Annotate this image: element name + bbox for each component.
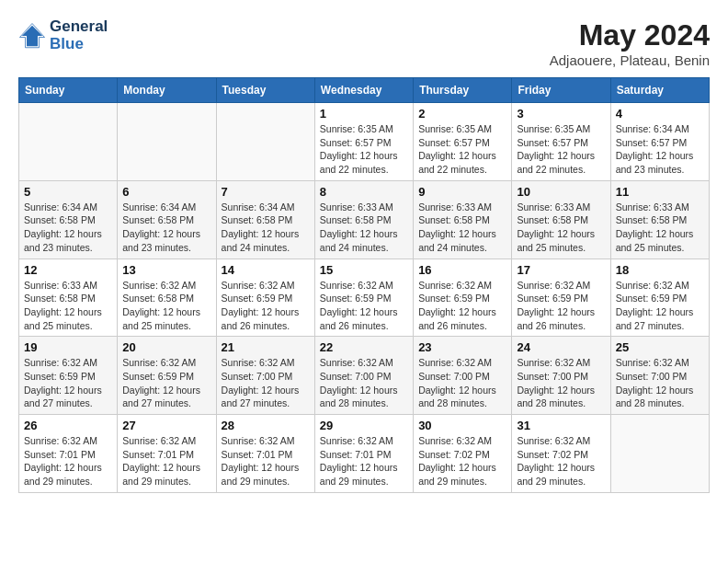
- day-info: Sunrise: 6:32 AMSunset: 7:02 PMDaylight:…: [418, 434, 506, 488]
- logo-text: General Blue: [50, 18, 108, 52]
- calendar-cell: 25Sunrise: 6:32 AMSunset: 7:00 PMDayligh…: [610, 337, 709, 415]
- day-number: 14: [222, 263, 310, 277]
- calendar-cell: 17Sunrise: 6:32 AMSunset: 6:59 PMDayligh…: [512, 259, 610, 337]
- weekday-header-sunday: Sunday: [19, 78, 118, 103]
- day-number: 15: [320, 263, 408, 277]
- weekday-header-tuesday: Tuesday: [216, 78, 314, 103]
- day-number: 8: [320, 185, 408, 199]
- calendar-cell: 8Sunrise: 6:33 AMSunset: 6:58 PMDaylight…: [314, 180, 413, 259]
- day-number: 7: [222, 185, 310, 199]
- calendar-cell: 1Sunrise: 6:35 AMSunset: 6:57 PMDaylight…: [314, 103, 413, 181]
- calendar-cell: 22Sunrise: 6:32 AMSunset: 7:00 PMDayligh…: [314, 337, 413, 415]
- calendar-cell: 6Sunrise: 6:34 AMSunset: 6:58 PMDaylight…: [118, 180, 216, 259]
- day-number: 29: [320, 419, 408, 432]
- calendar-cell: 7Sunrise: 6:34 AMSunset: 6:58 PMDaylight…: [216, 180, 314, 259]
- calendar-cell: 16Sunrise: 6:32 AMSunset: 6:59 PMDayligh…: [414, 259, 512, 337]
- day-info: Sunrise: 6:32 AMSunset: 7:00 PMDaylight:…: [517, 356, 605, 410]
- day-info: Sunrise: 6:32 AMSunset: 7:01 PMDaylight:…: [320, 434, 408, 488]
- day-info: Sunrise: 6:35 AMSunset: 6:57 PMDaylight:…: [517, 122, 605, 177]
- calendar-table: SundayMondayTuesdayWednesdayThursdayFrid…: [18, 77, 710, 493]
- calendar-week-row: 5Sunrise: 6:34 AMSunset: 6:58 PMDaylight…: [19, 180, 710, 259]
- calendar-week-row: 12Sunrise: 6:33 AMSunset: 6:58 PMDayligh…: [19, 259, 710, 337]
- day-info: Sunrise: 6:32 AMSunset: 6:59 PMDaylight:…: [517, 279, 605, 333]
- calendar-cell: 18Sunrise: 6:32 AMSunset: 6:59 PMDayligh…: [610, 259, 709, 337]
- calendar-cell: 30Sunrise: 6:32 AMSunset: 7:02 PMDayligh…: [414, 415, 512, 493]
- day-info: Sunrise: 6:34 AMSunset: 6:58 PMDaylight:…: [122, 201, 210, 255]
- calendar-cell: 23Sunrise: 6:32 AMSunset: 7:00 PMDayligh…: [414, 337, 512, 415]
- day-number: 12: [24, 263, 112, 277]
- day-number: 19: [24, 340, 112, 354]
- day-number: 10: [517, 185, 605, 199]
- day-info: Sunrise: 6:33 AMSunset: 6:58 PMDaylight:…: [320, 201, 408, 255]
- weekday-header-thursday: Thursday: [414, 78, 512, 103]
- day-number: 13: [122, 263, 210, 277]
- day-info: Sunrise: 6:32 AMSunset: 7:00 PMDaylight:…: [418, 356, 506, 410]
- day-info: Sunrise: 6:32 AMSunset: 7:02 PMDaylight:…: [517, 434, 605, 488]
- calendar-cell: 10Sunrise: 6:33 AMSunset: 6:58 PMDayligh…: [512, 180, 610, 259]
- day-info: Sunrise: 6:32 AMSunset: 6:59 PMDaylight:…: [418, 279, 506, 333]
- day-number: 2: [418, 107, 506, 121]
- day-info: Sunrise: 6:33 AMSunset: 6:58 PMDaylight:…: [517, 201, 605, 255]
- month-year-title: May 2024: [550, 18, 710, 52]
- day-info: Sunrise: 6:34 AMSunset: 6:58 PMDaylight:…: [24, 201, 112, 255]
- page-header: General Blue May 2024 Adjaouere, Plateau…: [18, 18, 710, 68]
- day-info: Sunrise: 6:35 AMSunset: 6:57 PMDaylight:…: [320, 122, 408, 177]
- calendar-cell: 31Sunrise: 6:32 AMSunset: 7:02 PMDayligh…: [512, 415, 610, 493]
- calendar-cell: 4Sunrise: 6:34 AMSunset: 6:57 PMDaylight…: [610, 103, 709, 181]
- day-info: Sunrise: 6:33 AMSunset: 6:58 PMDaylight:…: [418, 201, 506, 255]
- day-info: Sunrise: 6:32 AMSunset: 6:58 PMDaylight:…: [122, 279, 210, 333]
- day-number: 21: [222, 340, 310, 354]
- calendar-cell: 15Sunrise: 6:32 AMSunset: 6:59 PMDayligh…: [314, 259, 413, 337]
- day-number: 22: [320, 340, 408, 354]
- calendar-cell: 24Sunrise: 6:32 AMSunset: 7:00 PMDayligh…: [512, 337, 610, 415]
- day-number: 25: [616, 340, 704, 354]
- day-number: 6: [122, 185, 210, 199]
- calendar-cell: 13Sunrise: 6:32 AMSunset: 6:58 PMDayligh…: [118, 259, 216, 337]
- day-number: 5: [24, 185, 112, 199]
- location-subtitle: Adjaouere, Plateau, Benin: [550, 52, 710, 68]
- calendar-week-row: 26Sunrise: 6:32 AMSunset: 7:01 PMDayligh…: [19, 415, 710, 493]
- calendar-cell: 2Sunrise: 6:35 AMSunset: 6:57 PMDaylight…: [414, 103, 512, 181]
- day-info: Sunrise: 6:33 AMSunset: 6:58 PMDaylight:…: [24, 279, 112, 333]
- calendar-cell: 12Sunrise: 6:33 AMSunset: 6:58 PMDayligh…: [19, 259, 118, 337]
- calendar-cell: 26Sunrise: 6:32 AMSunset: 7:01 PMDayligh…: [19, 415, 118, 493]
- day-number: 17: [517, 263, 605, 277]
- day-info: Sunrise: 6:32 AMSunset: 7:01 PMDaylight:…: [222, 434, 310, 488]
- day-info: Sunrise: 6:32 AMSunset: 7:01 PMDaylight:…: [122, 434, 210, 488]
- day-number: 9: [418, 185, 506, 199]
- weekday-header-monday: Monday: [118, 78, 216, 103]
- weekday-header-row: SundayMondayTuesdayWednesdayThursdayFrid…: [19, 78, 710, 103]
- day-info: Sunrise: 6:32 AMSunset: 6:59 PMDaylight:…: [616, 279, 704, 333]
- day-number: 4: [616, 107, 704, 121]
- day-info: Sunrise: 6:32 AMSunset: 6:59 PMDaylight:…: [24, 356, 112, 410]
- day-number: 20: [122, 340, 210, 354]
- calendar-cell: 28Sunrise: 6:32 AMSunset: 7:01 PMDayligh…: [216, 415, 314, 493]
- calendar-cell: [610, 415, 709, 493]
- calendar-cell: 11Sunrise: 6:33 AMSunset: 6:58 PMDayligh…: [610, 180, 709, 259]
- calendar-cell: 5Sunrise: 6:34 AMSunset: 6:58 PMDaylight…: [19, 180, 118, 259]
- day-info: Sunrise: 6:32 AMSunset: 6:59 PMDaylight:…: [320, 279, 408, 333]
- day-number: 24: [517, 340, 605, 354]
- calendar-cell: 27Sunrise: 6:32 AMSunset: 7:01 PMDayligh…: [118, 415, 216, 493]
- calendar-cell: 20Sunrise: 6:32 AMSunset: 6:59 PMDayligh…: [118, 337, 216, 415]
- day-number: 1: [320, 107, 408, 121]
- logo: General Blue: [18, 18, 108, 52]
- calendar-week-row: 1Sunrise: 6:35 AMSunset: 6:57 PMDaylight…: [19, 103, 710, 181]
- day-info: Sunrise: 6:33 AMSunset: 6:58 PMDaylight:…: [616, 201, 704, 255]
- day-number: 3: [517, 107, 605, 121]
- day-info: Sunrise: 6:32 AMSunset: 6:59 PMDaylight:…: [222, 279, 310, 333]
- title-block: May 2024 Adjaouere, Plateau, Benin: [550, 18, 710, 68]
- day-number: 26: [24, 419, 112, 432]
- calendar-cell: [19, 103, 118, 181]
- calendar-cell: 19Sunrise: 6:32 AMSunset: 6:59 PMDayligh…: [19, 337, 118, 415]
- calendar-cell: [216, 103, 314, 181]
- day-info: Sunrise: 6:32 AMSunset: 7:00 PMDaylight:…: [222, 356, 310, 410]
- calendar-cell: 14Sunrise: 6:32 AMSunset: 6:59 PMDayligh…: [216, 259, 314, 337]
- weekday-header-wednesday: Wednesday: [314, 78, 413, 103]
- day-number: 27: [122, 419, 210, 432]
- day-number: 16: [418, 263, 506, 277]
- weekday-header-friday: Friday: [512, 78, 610, 103]
- day-number: 30: [418, 419, 506, 432]
- day-info: Sunrise: 6:32 AMSunset: 7:00 PMDaylight:…: [616, 356, 704, 410]
- calendar-cell: 21Sunrise: 6:32 AMSunset: 7:00 PMDayligh…: [216, 337, 314, 415]
